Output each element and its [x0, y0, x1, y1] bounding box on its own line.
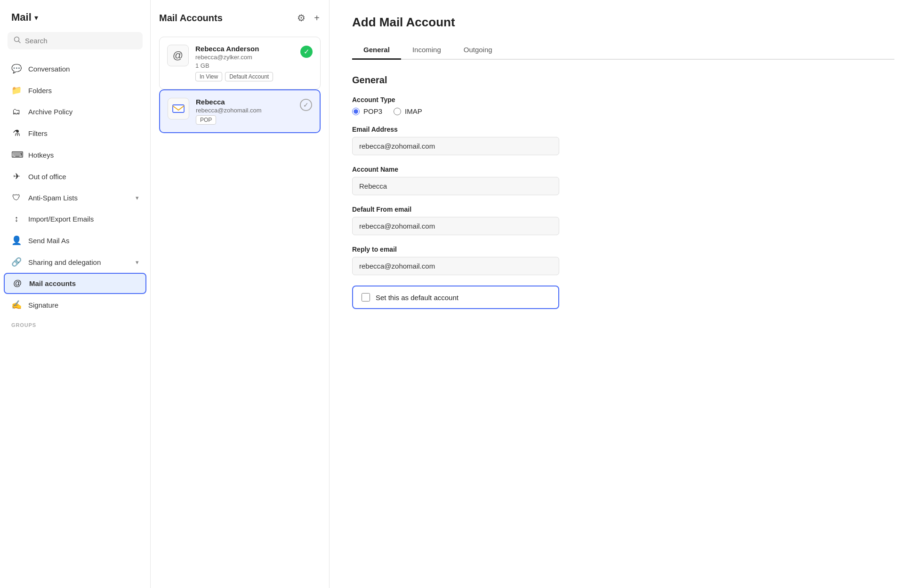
panel-header: Mail Accounts ⚙ + — [159, 11, 321, 24]
email-address-label: Email Address — [352, 126, 894, 133]
account-info: Rebecca Anderson rebecca@zylker.com 1 GB… — [195, 45, 294, 81]
badge: In View — [195, 72, 222, 81]
chevron-right-icon: ▾ — [136, 259, 139, 266]
account-card-account-rebecca[interactable]: Rebecca rebecca@zohomail.com POP ✓ — [159, 89, 321, 133]
nav-icon-import-export: ↕ — [11, 214, 22, 224]
tab-incoming[interactable]: Incoming — [401, 41, 452, 60]
search-box[interactable] — [8, 32, 143, 49]
nav-icon-send-mail-as: 👤 — [11, 235, 22, 246]
search-icon — [14, 36, 21, 45]
groups-section-label: GROUPS — [0, 316, 150, 330]
account-name: Rebecca — [196, 98, 293, 106]
account-card-account-rebecca-anderson[interactable]: @ Rebecca Anderson rebecca@zylker.com 1 … — [159, 37, 321, 89]
email-address-group: Email Address — [352, 126, 894, 155]
settings-button[interactable]: ⚙ — [296, 11, 306, 24]
account-name-group: Account Name — [352, 166, 894, 195]
sidebar-item-label-out-of-office: Out of office — [28, 173, 66, 181]
gear-icon: ⚙ — [297, 13, 306, 23]
account-check: ✓ — [300, 99, 312, 111]
imap-radio[interactable] — [394, 108, 401, 115]
default-from-email-group: Default From email — [352, 206, 894, 235]
account-avatar — [168, 98, 189, 119]
nav-icon-out-of-office: ✈ — [11, 171, 22, 182]
account-email: rebecca@zohomail.com — [196, 107, 293, 114]
set-default-checkbox-row[interactable]: Set this as default account — [352, 286, 559, 309]
chevron-right-icon: ▾ — [136, 194, 139, 201]
set-default-label[interactable]: Set this as default account — [376, 294, 458, 302]
sidebar-item-label-folders: Folders — [28, 87, 52, 95]
add-account-button[interactable]: + — [313, 12, 321, 24]
middle-panel: Mail Accounts ⚙ + @ Rebecca Anderson reb… — [151, 0, 330, 588]
sidebar-item-label-send-mail-as: Send Mail As — [28, 237, 70, 245]
sidebar-item-sharing[interactable]: 🔗 Sharing and delegation ▾ — [0, 251, 150, 273]
app-title-chevron[interactable]: ▾ — [34, 13, 38, 22]
account-type-radio-group: POP3 IMAP — [352, 107, 894, 115]
nav-icon-conversation: 💬 — [11, 64, 22, 74]
badge: POP — [196, 115, 216, 125]
account-name-input[interactable] — [352, 177, 559, 195]
tab-outgoing[interactable]: Outgoing — [452, 41, 504, 60]
account-type-group: Account Type POP3 IMAP — [352, 96, 894, 115]
account-avatar: @ — [167, 45, 189, 66]
nav-items: 💬 Conversation 📁 Folders 🗂 Archive Polic… — [0, 58, 150, 316]
sidebar-item-label-filters: Filters — [28, 129, 48, 137]
plus-icon: + — [314, 13, 320, 23]
sidebar-item-import-export[interactable]: ↕ Import/Export Emails — [0, 208, 150, 230]
account-name-label: Account Name — [352, 166, 894, 173]
default-from-email-label: Default From email — [352, 206, 894, 213]
at-icon: @ — [173, 49, 183, 62]
account-check: ✓ — [300, 46, 313, 58]
sidebar-item-label-sharing: Sharing and delegation — [28, 258, 101, 266]
sidebar-item-label-import-export: Import/Export Emails — [28, 215, 94, 223]
panel-title: Mail Accounts — [159, 13, 223, 24]
account-badges: POP — [196, 115, 293, 125]
mail-icon — [172, 103, 185, 114]
sidebar-item-anti-spam[interactable]: 🛡 Anti-Spam Lists ▾ — [0, 187, 150, 208]
imap-label: IMAP — [405, 107, 422, 115]
email-address-input[interactable] — [352, 137, 559, 155]
search-input[interactable] — [25, 37, 137, 45]
sidebar: Mail ▾ 💬 Conversation 📁 Folders 🗂 Archiv… — [0, 0, 151, 588]
pop3-label: POP3 — [363, 107, 382, 115]
reply-to-email-input[interactable] — [352, 257, 559, 275]
sidebar-item-label-mail-accounts: Mail accounts — [29, 279, 76, 287]
reply-to-email-group: Reply to email — [352, 246, 894, 275]
sidebar-item-mail-accounts[interactable]: @ Mail accounts — [4, 273, 146, 294]
nav-icon-hotkeys: ⌨ — [11, 150, 22, 160]
sidebar-item-send-mail-as[interactable]: 👤 Send Mail As — [0, 230, 150, 251]
account-type-label: Account Type — [352, 96, 894, 103]
sidebar-item-signature[interactable]: ✍ Signature — [0, 294, 150, 316]
account-size: 1 GB — [195, 62, 294, 69]
nav-icon-anti-spam: 🛡 — [11, 193, 22, 203]
reply-to-email-label: Reply to email — [352, 246, 894, 253]
app-title-text: Mail — [11, 11, 32, 24]
account-name: Rebecca Anderson — [195, 45, 294, 53]
sidebar-item-out-of-office[interactable]: ✈ Out of office — [0, 166, 150, 187]
sidebar-item-archive-policy[interactable]: 🗂 Archive Policy — [0, 101, 150, 122]
sidebar-item-folders[interactable]: 📁 Folders — [0, 79, 150, 101]
pop3-radio[interactable] — [352, 108, 360, 115]
tab-general[interactable]: General — [352, 41, 401, 60]
sidebar-item-label-conversation: Conversation — [28, 65, 70, 73]
sidebar-item-label-archive-policy: Archive Policy — [28, 108, 72, 116]
sidebar-item-conversation[interactable]: 💬 Conversation — [0, 58, 150, 79]
sidebar-item-label-anti-spam: Anti-Spam Lists — [28, 194, 78, 202]
accounts-list: @ Rebecca Anderson rebecca@zylker.com 1 … — [159, 37, 321, 133]
nav-icon-sharing: 🔗 — [11, 257, 22, 267]
svg-line-1 — [19, 41, 21, 43]
nav-icon-archive-policy: 🗂 — [11, 107, 22, 117]
default-from-email-input[interactable] — [352, 217, 559, 235]
sidebar-item-hotkeys[interactable]: ⌨ Hotkeys — [0, 144, 150, 166]
app-title: Mail ▾ — [0, 11, 150, 32]
pop3-radio-label[interactable]: POP3 — [352, 107, 382, 115]
panel-actions: ⚙ + — [296, 11, 321, 24]
sidebar-item-filters[interactable]: ⚗ Filters — [0, 122, 150, 144]
check-green-icon: ✓ — [300, 46, 313, 58]
nav-icon-filters: ⚗ — [11, 128, 22, 138]
account-info: Rebecca rebecca@zohomail.com POP — [196, 98, 293, 125]
tabs: GeneralIncomingOutgoing — [352, 41, 894, 60]
sidebar-item-label-hotkeys: Hotkeys — [28, 151, 54, 159]
check-gray-icon: ✓ — [300, 99, 312, 111]
set-default-checkbox[interactable] — [362, 293, 370, 302]
imap-radio-label[interactable]: IMAP — [394, 107, 422, 115]
